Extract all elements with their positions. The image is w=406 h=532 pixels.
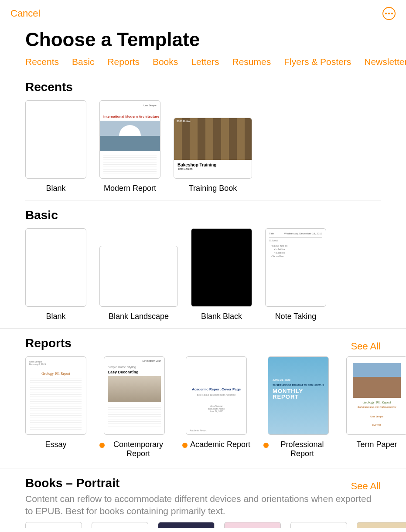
template-thumb-academic-report: Academic Report Cover Page Sed et lacus …: [186, 356, 247, 435]
template-thumb-modern-report: Urna Semper International Modern Archite…: [99, 100, 160, 179]
see-all-books[interactable]: See All: [351, 481, 381, 492]
tab-books[interactable]: Books: [153, 57, 178, 67]
template-book-peek[interactable]: [92, 522, 148, 528]
tab-reports[interactable]: Reports: [107, 57, 140, 67]
template-label: Training Book: [189, 184, 237, 193]
section-basic: Basic Blank Blank Landscape Blank Black …: [0, 200, 406, 321]
template-label: Blank: [46, 184, 65, 193]
template-professional-report[interactable]: JUNE 21, 2020 SUSPENDISSE FEUGIAT MI SED…: [263, 356, 333, 458]
template-book-peek[interactable]: [224, 522, 281, 528]
tab-letters[interactable]: Letters: [191, 57, 219, 67]
template-thumb-training-book: Bakeshop Training The Basics 2020 Editio…: [174, 118, 252, 179]
template-blank-landscape[interactable]: Blank Landscape: [99, 228, 178, 321]
template-label: Blank Landscape: [109, 312, 169, 321]
template-modern-report[interactable]: Urna Semper International Modern Archite…: [99, 100, 160, 193]
template-label: Blank: [46, 312, 65, 321]
template-book-peek[interactable]: [290, 522, 347, 528]
page-title: Choose a Template: [0, 20, 406, 57]
template-label: Blank Black: [201, 312, 242, 321]
cancel-button[interactable]: Cancel: [10, 8, 40, 19]
template-blank[interactable]: Blank: [25, 228, 86, 321]
template-label: Professional Report: [263, 440, 333, 458]
template-contemporary-report[interactable]: Lorem Ipsum Dolor Simple Home Styling Ea…: [99, 356, 169, 458]
tab-newsletters[interactable]: Newsletters: [364, 57, 406, 67]
download-indicator-icon: [99, 443, 105, 448]
category-tabs: Recents Basic Reports Books Letters Resu…: [0, 57, 406, 72]
template-thumb-note-taking: TitleWednesday, December 18, 2019 Subjec…: [265, 228, 326, 307]
template-thumb-blank: [25, 228, 86, 307]
template-label: Contemporary Report: [99, 440, 169, 458]
template-thumb-blank-black: [191, 228, 252, 307]
template-thumb-contemporary-report: Lorem Ipsum Dolor Simple Home Styling Ea…: [104, 356, 165, 435]
template-thumb-term-paper: Geology 101 Report Sed et lacus quis eni…: [346, 356, 406, 435]
template-thumb-professional-report: JUNE 21, 2020 SUSPENDISSE FEUGIAT MI SED…: [268, 356, 329, 435]
section-title-reports: Reports: [25, 336, 72, 350]
download-indicator-icon: [263, 443, 269, 448]
section-title-books: Books – Portrait: [25, 476, 119, 490]
section-books: Books – Portrait See All Content can ref…: [0, 468, 406, 528]
template-essay[interactable]: Urna SemperFebruary 8, 2019 Geology 101 …: [25, 356, 86, 458]
download-indicator-icon: [182, 443, 188, 448]
section-recents: Recents Blank Urna Semper International …: [0, 72, 406, 193]
tab-recents[interactable]: Recents: [25, 57, 59, 67]
ellipsis-icon: [385, 13, 393, 14]
template-academic-report[interactable]: Academic Report Cover Page Sed et lacus …: [182, 356, 250, 458]
template-book-peek[interactable]: [357, 522, 406, 528]
template-blank-black[interactable]: Blank Black: [191, 228, 252, 321]
more-options-button[interactable]: [382, 7, 396, 20]
section-title-basic: Basic: [25, 208, 406, 222]
template-thumb-essay: Urna SemperFebruary 8, 2019 Geology 101 …: [25, 356, 86, 435]
template-thumb-blank-landscape: [99, 246, 178, 307]
template-label: Modern Report: [104, 184, 156, 193]
template-training-book[interactable]: Bakeshop Training The Basics 2020 Editio…: [174, 100, 252, 193]
tab-flyers-posters[interactable]: Flyers & Posters: [284, 57, 351, 67]
template-book-peek[interactable]: [158, 522, 215, 528]
template-label: Term Paper: [357, 440, 397, 449]
template-thumb-blank: [25, 100, 86, 179]
section-title-recents: Recents: [25, 80, 406, 94]
tab-resumes[interactable]: Resumes: [232, 57, 271, 67]
section-reports: Reports See All Urna SemperFebruary 8, 2…: [0, 329, 406, 458]
template-label: Academic Report: [182, 440, 250, 449]
template-label: Essay: [45, 440, 66, 449]
template-term-paper[interactable]: Geology 101 Report Sed et lacus quis eni…: [346, 356, 406, 458]
template-blank[interactable]: Blank: [25, 100, 86, 193]
template-book-peek[interactable]: [25, 522, 82, 528]
template-note-taking[interactable]: TitleWednesday, December 18, 2019 Subjec…: [265, 228, 326, 321]
template-label: Note Taking: [275, 312, 317, 321]
section-description-books: Content can reflow to accommodate differ…: [25, 493, 406, 518]
see-all-reports[interactable]: See All: [351, 341, 381, 352]
tab-basic[interactable]: Basic: [72, 57, 94, 67]
